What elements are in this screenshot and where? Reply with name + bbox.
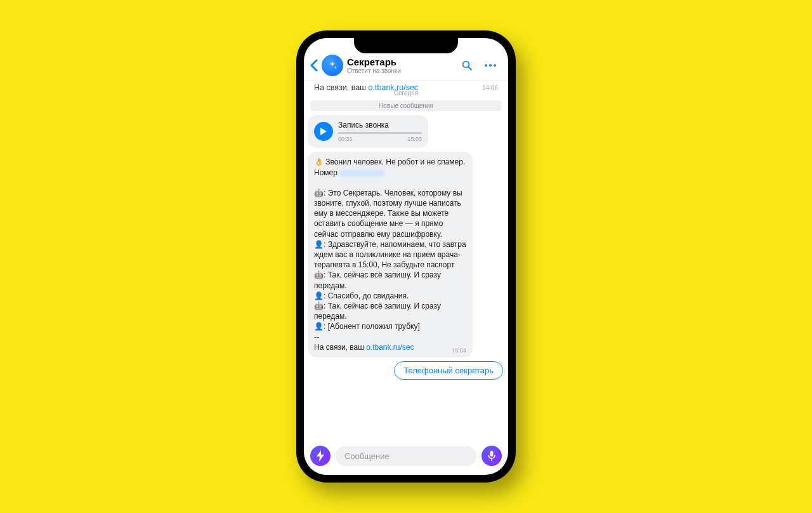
bolt-icon <box>316 450 325 462</box>
play-button[interactable] <box>314 122 333 141</box>
voice-input-button[interactable] <box>481 446 502 466</box>
back-button[interactable] <box>309 59 318 72</box>
search-icon <box>461 60 473 71</box>
chat-title: Секретарь <box>347 57 454 67</box>
transcript-footer: На связи, ваш o.tbank.ru/sec <box>314 342 466 352</box>
transcript-line: 🤖: Так, сейчас всё запишу. И сразу перед… <box>314 301 466 321</box>
chat-body[interactable]: На связи, ваш o.tbank.ru/sec 14:06 Сегод… <box>304 81 508 441</box>
more-icon <box>484 63 497 67</box>
svg-point-4 <box>494 64 496 67</box>
svg-point-2 <box>485 64 487 67</box>
message-input[interactable]: Сообщение <box>336 446 476 466</box>
quick-actions-button[interactable] <box>310 446 331 466</box>
avatar[interactable] <box>322 55 343 76</box>
voice-duration: 00:31 <box>338 135 353 143</box>
voice-time: 15:03 <box>407 135 422 143</box>
transcript-line: 👤: [Абонент положил трубку] <box>314 321 466 331</box>
app-screen: Секретарь Ответит на звонки На связи, ва… <box>304 38 508 475</box>
redacted-number <box>339 170 384 177</box>
quick-reply-chip[interactable]: Телефонный секретарь <box>394 361 503 380</box>
svg-point-3 <box>489 64 492 67</box>
chat-subtitle: Ответит на звонки <box>347 67 454 74</box>
voice-info: Запись звонка 00:31 15:03 <box>338 120 422 143</box>
transcript-link[interactable]: o.tbank.ru/sec <box>366 343 414 352</box>
voice-waveform[interactable] <box>338 132 422 134</box>
transcript-time: 15:03 <box>452 347 466 354</box>
voice-message[interactable]: Запись звонка 00:31 15:03 <box>308 115 428 148</box>
transcript-sep: -- <box>314 332 466 342</box>
search-button[interactable] <box>457 57 476 74</box>
transcript-line: 🤖: Так, сейчас всё запишу. И сразу перед… <box>314 270 466 290</box>
svg-rect-5 <box>490 451 494 456</box>
transcript-line: 👤: Здравствуйте, напоминаем, что завтра … <box>314 239 466 270</box>
more-button[interactable] <box>480 61 501 70</box>
input-bar: Сообщение <box>304 441 508 475</box>
sparkle-icon <box>327 60 337 70</box>
transcript-message[interactable]: 👌 Звонил человек. Не робот и не спамер. … <box>308 152 473 357</box>
new-messages-separator: Новые сообщения <box>310 100 502 111</box>
voice-title: Запись звонка <box>338 120 422 130</box>
transcript-line: 👌 Звонил человек. Не робот и не спамер. … <box>314 157 466 177</box>
svg-line-1 <box>468 67 471 70</box>
transcript-line: 👤: Спасибо, до свидания. <box>314 291 466 301</box>
play-icon <box>320 127 327 136</box>
phone-frame: Секретарь Ответит на звонки На связи, ва… <box>296 30 516 483</box>
mic-icon <box>488 450 495 462</box>
transcript-line: 🤖: Это Секретарь. Человек, которому вы з… <box>314 188 466 239</box>
previous-time: 14:06 <box>482 84 498 91</box>
phone-notch <box>354 37 458 53</box>
quick-reply-row: Телефонный секретарь <box>309 361 503 380</box>
chat-title-block[interactable]: Секретарь Ответит на звонки <box>347 57 454 74</box>
